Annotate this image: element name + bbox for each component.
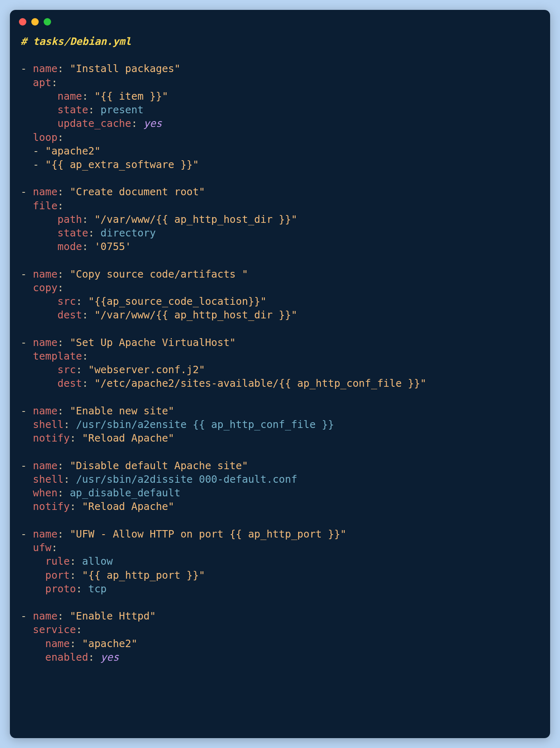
code-window: # tasks/Debian.yml- name: "Install packa…: [10, 10, 550, 738]
code-line: - "{{ ap_extra_software }}": [21, 158, 539, 171]
close-icon[interactable]: [19, 18, 26, 26]
blank-line: [21, 390, 539, 404]
code-line: - name: "UFW - Allow HTTP on port {{ ap_…: [21, 527, 539, 541]
code-line: notify: "Reload Apache": [21, 500, 539, 513]
code-line: name: "{{ item }}": [21, 89, 539, 103]
code-line: - name: "Install packages": [21, 62, 539, 75]
code-line: - name: "Disable default Apache site": [21, 459, 539, 472]
code-line: dest: "/etc/apache2/sites-available/{{ a…: [21, 376, 539, 390]
code-line: when: ap_disable_default: [21, 486, 539, 500]
code-line: - name: "Set Up Apache VirtualHost": [21, 336, 539, 349]
window-titlebar: [10, 10, 550, 30]
blank-line: [21, 171, 539, 185]
blank-line: [21, 596, 539, 609]
code-line: src: "{{ap_source_code_location}}": [21, 295, 539, 308]
code-line: notify: "Reload Apache": [21, 431, 539, 445]
blank-line: [21, 322, 539, 336]
code-line: name: "apache2": [21, 637, 539, 650]
code-line: src: "webserver.conf.j2": [21, 363, 539, 376]
code-line: update_cache: yes: [21, 117, 539, 130]
code-line: - name: "Create document root": [21, 185, 539, 199]
code-line: state: directory: [21, 226, 539, 240]
code-line: - name: "Enable Httpd": [21, 609, 539, 623]
blank-line: [21, 514, 539, 527]
code-line: apt:: [21, 76, 539, 89]
code-line: service:: [21, 623, 539, 636]
code-line: port: "{{ ap_http_port }}": [21, 568, 539, 582]
code-line: shell: /usr/sbin/a2dissite 000-default.c…: [21, 472, 539, 486]
code-line: shell: /usr/sbin/a2ensite {{ ap_http_con…: [21, 418, 539, 431]
code-line: ufw:: [21, 541, 539, 554]
code-line: state: present: [21, 103, 539, 117]
code-line: enabled: yes: [21, 650, 539, 664]
code-line: loop:: [21, 131, 539, 144]
minimize-icon[interactable]: [31, 18, 39, 26]
maximize-icon[interactable]: [44, 18, 51, 26]
code-line: path: "/var/www/{{ ap_http_host_dir }}": [21, 213, 539, 226]
code-line: copy:: [21, 281, 539, 295]
code-line: file:: [21, 199, 539, 213]
code-line: # tasks/Debian.yml: [21, 35, 539, 48]
code-line: - name: "Enable new site": [21, 404, 539, 418]
blank-line: [21, 254, 539, 267]
code-line: dest: "/var/www/{{ ap_http_host_dir }}": [21, 308, 539, 322]
code-line: mode: '0755': [21, 240, 539, 253]
code-line: - "apache2": [21, 144, 539, 158]
code-line: proto: tcp: [21, 582, 539, 596]
code-block: # tasks/Debian.yml- name: "Install packa…: [10, 30, 550, 679]
code-line: - name: "Copy source code/artifacts ": [21, 267, 539, 281]
code-line: template:: [21, 349, 539, 363]
blank-line: [21, 48, 539, 62]
blank-line: [21, 445, 539, 459]
code-line: rule: allow: [21, 554, 539, 568]
